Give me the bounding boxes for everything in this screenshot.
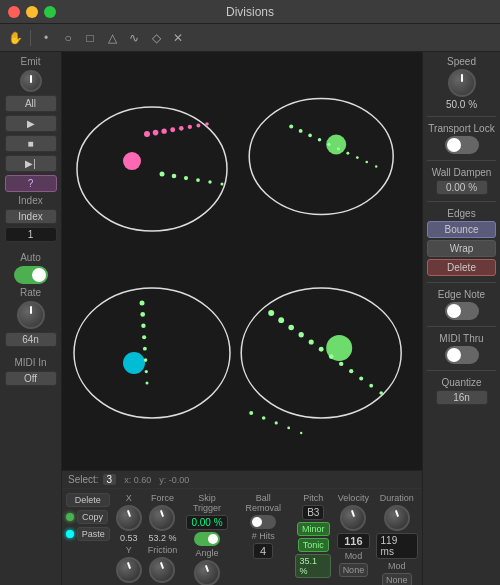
wave-tool-icon[interactable]: ∿ <box>125 29 143 47</box>
pitch-mod-display: 35.1 % <box>295 554 331 578</box>
velocity-knob[interactable] <box>340 505 366 531</box>
paste-led <box>66 530 74 538</box>
select-count: 3 <box>103 474 117 485</box>
angle-knob[interactable] <box>194 560 220 585</box>
speed-section: Speed 50.0 % <box>427 56 496 110</box>
x-knob[interactable] <box>116 505 142 531</box>
y-label: Y <box>126 545 132 555</box>
index-select[interactable]: Index <box>5 209 57 224</box>
duration-label: Duration <box>380 493 414 503</box>
edge-note-toggle[interactable] <box>445 302 479 320</box>
left-panel: Emit All ▶ ■ ▶| ? Index Index 1 Auto Rat… <box>0 52 62 585</box>
right-panel: Speed 50.0 % Transport Lock Wall Dampen … <box>422 52 500 585</box>
hits-display: 4 <box>253 543 273 559</box>
edge-note-section: Edge Note <box>427 289 496 320</box>
main-canvas[interactable] <box>62 52 422 470</box>
wall-dampen-label: Wall Dampen <box>432 167 492 178</box>
maximize-button[interactable] <box>44 6 56 18</box>
bottom-panel: Select: 3 x: 0.60 y: -0.00 Delete Copy P… <box>62 470 422 585</box>
select-row: Select: 3 x: 0.60 y: -0.00 <box>62 471 422 489</box>
ball-removal-toggle[interactable] <box>250 515 276 529</box>
pitch-label: Pitch <box>303 493 323 503</box>
copy-button[interactable]: Copy <box>77 510 108 524</box>
triangle-tool-icon[interactable]: △ <box>103 29 121 47</box>
dot-tool-icon[interactable]: • <box>37 29 55 47</box>
window-title: Divisions <box>226 5 274 19</box>
wrap-button[interactable]: Wrap <box>427 240 496 257</box>
sep5 <box>427 326 496 327</box>
midi-thru-section: MIDI Thru <box>427 333 496 364</box>
sep6 <box>427 370 496 371</box>
pitch-display: B3 <box>302 505 324 520</box>
diamond-tool-icon[interactable]: ◇ <box>147 29 165 47</box>
wall-dampen-display[interactable]: 0.00 % <box>436 180 488 195</box>
friction-knob[interactable] <box>149 557 175 583</box>
sep2 <box>427 160 496 161</box>
skip-trigger-label: Skip Trigger <box>183 493 231 513</box>
all-button[interactable]: All <box>5 95 57 112</box>
x-value: 0.53 <box>120 533 138 543</box>
index-label: Index <box>18 195 42 206</box>
y-coord: y: -0.00 <box>159 475 189 485</box>
delete-edge-button[interactable]: Delete <box>427 259 496 276</box>
hand-tool-icon[interactable]: ✋ <box>6 29 24 47</box>
minimize-button[interactable] <box>26 6 38 18</box>
ball-removal-label: Ball Removal <box>237 493 290 513</box>
duration-knob[interactable] <box>384 505 410 531</box>
x-tool-icon[interactable]: ✕ <box>169 29 187 47</box>
rate-knob[interactable] <box>17 301 45 329</box>
scale-dropdown[interactable]: Minor <box>297 522 330 536</box>
midi-in-select[interactable]: Off <box>5 371 57 386</box>
auto-label: Auto <box>20 252 41 263</box>
canvas-area[interactable]: Select: 3 x: 0.60 y: -0.00 Delete Copy P… <box>62 52 422 585</box>
y-knob[interactable] <box>116 557 142 583</box>
skip-trigger-toggle[interactable] <box>194 532 220 546</box>
window-controls[interactable] <box>8 6 56 18</box>
transport-toggle[interactable] <box>445 136 479 154</box>
wall-dampen-section: Wall Dampen 0.00 % <box>427 167 496 195</box>
quantize-label: Quantize <box>441 377 481 388</box>
toolbar-separator <box>30 30 31 46</box>
square-tool-icon[interactable]: □ <box>81 29 99 47</box>
rate-select[interactable]: 64n <box>5 332 57 347</box>
quantize-section: Quantize 16n <box>427 377 496 405</box>
friction-label: Friction <box>148 545 178 555</box>
play-button[interactable]: ▶ <box>5 115 57 132</box>
force-knob[interactable] <box>149 505 175 531</box>
velocity-display: 116 <box>337 533 369 549</box>
edges-label: Edges <box>447 208 475 219</box>
speed-knob[interactable] <box>448 69 476 97</box>
index-display: 1 <box>5 227 57 242</box>
emit-label: Emit <box>21 56 41 67</box>
title-bar: Divisions <box>0 0 500 24</box>
speed-value: 50.0 % <box>446 99 477 110</box>
sep1 <box>427 116 496 117</box>
emit-knob[interactable] <box>20 70 42 92</box>
velocity-mod-display: None <box>339 563 369 577</box>
stop-button[interactable]: ■ <box>5 135 57 152</box>
angle-label: Angle <box>196 548 219 558</box>
question-button[interactable]: ? <box>5 175 57 192</box>
sep4 <box>427 282 496 283</box>
quantize-select[interactable]: 16n <box>436 390 488 405</box>
speed-label: Speed <box>447 56 476 67</box>
step-button[interactable]: ▶| <box>5 155 57 172</box>
close-button[interactable] <box>8 6 20 18</box>
paste-button[interactable]: Paste <box>77 527 110 541</box>
auto-toggle[interactable] <box>14 266 48 284</box>
sep3 <box>427 201 496 202</box>
transport-label: Transport Lock <box>428 123 494 134</box>
circle-tool-icon[interactable]: ○ <box>59 29 77 47</box>
transport-section: Transport Lock <box>427 123 496 154</box>
midi-in-label: MIDI In <box>14 357 46 368</box>
midi-thru-toggle[interactable] <box>445 346 479 364</box>
select-label: Select: <box>68 474 99 485</box>
bounce-button[interactable]: Bounce <box>427 221 496 238</box>
main-layout: Emit All ▶ ■ ▶| ? Index Index 1 Auto Rat… <box>0 52 500 585</box>
duration-mod-label: Mod <box>388 561 406 571</box>
skip-trigger-display: 0.00 % <box>186 515 227 530</box>
edges-buttons: Bounce Wrap Delete <box>427 221 496 276</box>
force-label: Force <box>151 493 174 503</box>
tonic-label[interactable]: Tonic <box>298 538 329 552</box>
delete-button[interactable]: Delete <box>66 493 110 507</box>
